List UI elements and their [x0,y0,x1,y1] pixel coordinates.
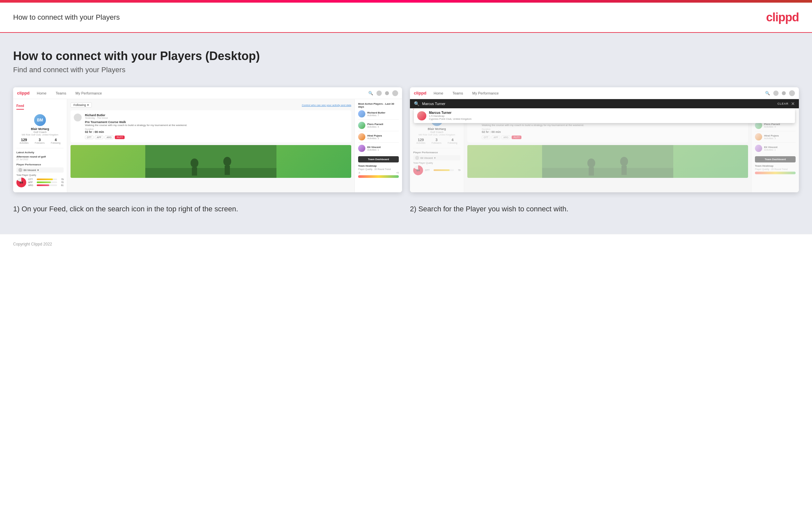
nav-icons: 🔍 [368,90,398,96]
search-overlay: 🔍 CLEAR ✕ Marcus Turner 1.5 Handicap [410,99,799,123]
activity-date: Yesterday - The Grove [85,117,187,119]
screenshot-2: clippd Home Teams My Performance 🔍 [410,87,799,192]
search-icon-2[interactable]: 🔍 [765,91,770,95]
control-link[interactable]: Control who can see your activity and da… [302,104,351,107]
avatar-icon-2[interactable] [789,90,795,96]
logo: clippd [766,10,799,24]
player-row-4: Eli VincentActivities: 1 [358,145,399,154]
profile-icon-2[interactable] [773,91,778,96]
most-active-title: Most Active Players - Last 30 days [358,102,399,108]
svg-point-2 [191,159,198,168]
page-title: How to connect with your Players [13,13,120,22]
nav-teams-2[interactable]: Teams [450,90,465,96]
clear-button[interactable]: CLEAR [777,102,789,105]
quality-row-ott: OTT 79 [28,178,64,180]
svg-point-4 [223,157,231,166]
feed-tab[interactable]: Feed [16,104,24,110]
player-avatar-small [18,168,22,172]
player-name-1: Richard Butler [367,111,385,114]
stat-following: 4 [51,138,61,142]
search-result[interactable]: Marcus Turner 1.5 Handicap Cypress Point… [414,108,795,123]
stats-row-2: 129Activities 3Followers 4Following [413,138,461,144]
quality-row-arg: ARG 61 [28,184,64,186]
nav-teams[interactable]: Teams [54,90,68,96]
chevron-down-icon-2: ▾ [434,157,435,160]
avatar-icon[interactable] [392,90,398,96]
app-left-panel: Feed BM Blair McHarg Golf Coach Mill Rid… [13,99,67,192]
search-icon[interactable]: 🔍 [368,91,373,95]
settings-icon[interactable] [385,91,389,95]
stat-activities: 129 [19,138,29,142]
app-bar [37,181,51,183]
player-name-2: Piers Parnell [367,123,383,126]
result-name: Marcus Turner [429,111,472,115]
result-avatar [417,111,426,120]
team-dashboard-button[interactable]: Team Dashboard [358,156,399,162]
quality-label: Total Player Quality [16,174,64,176]
hero-section: How to connect with your Players (Deskto… [13,49,799,74]
quality-row-app: APP 70 [28,181,64,183]
svg-rect-11 [621,166,627,175]
score-circle-2: 84 [413,165,423,175]
team-heatmap-label: Team Heatmap [358,164,399,167]
result-club: Cypress Point Club, United Kingdom [429,118,472,120]
profile-role: Golf Coach [16,131,64,134]
top-accent-bar [0,0,812,3]
search-input[interactable] [422,102,775,106]
heatmap-bar [358,175,399,178]
tag-ott: OTT [85,135,93,139]
copyright: Copyright Clippd 2022 [13,242,52,247]
profile-block: BM Blair McHarg Golf Coach Mill Ride Gol… [16,112,64,148]
following-dropdown[interactable]: Following ▾ [70,102,92,108]
heatmap-range: -5+5 [358,172,399,174]
player-name-3: Hiral Pujara [367,134,382,137]
profile-icon[interactable] [377,91,382,96]
screenshot-1: clippd Home Teams My Performance 🔍 [13,87,402,192]
step-2-description: 2) Search for the Player you wish to con… [410,204,799,214]
golf-image [70,145,351,178]
profile-role-2: Golf Coach [413,131,461,134]
nav-my-performance-2[interactable]: My Performance [470,90,501,96]
latest-activity-value: Afternoon round of golf [16,155,64,158]
close-icon[interactable]: ✕ [791,101,795,106]
tag-row: OTT APP ARG PUTT [85,135,187,139]
avatar: BM [34,114,46,126]
settings-icon-2[interactable] [782,91,786,95]
player-performance-label: Player Performance [16,163,64,166]
stat-activities-2: 129 [416,138,425,142]
nav-my-performance[interactable]: My Performance [74,90,104,96]
app-middle-panel: Following ▾ Control who can see your act… [67,99,354,192]
app-screenshot-2: clippd Home Teams My Performance 🔍 [410,87,799,192]
app-nav-1: clippd Home Teams My Performance 🔍 [13,87,402,99]
tag-app: APP [95,135,103,139]
search-bar: 🔍 CLEAR ✕ [410,99,799,108]
activity-card: Richard Butler Yesterday - The Grove Pre… [70,110,351,142]
player-avatar-3 [358,133,365,140]
app-logo-1: clippd [17,91,30,95]
quality-label-2: Total Player Quality [413,162,461,164]
svg-rect-3 [192,167,197,176]
player-avatar-2 [358,122,365,129]
player-row-3: Hiral PujaraActivities: 3 [358,133,399,143]
player-avatar-small-2 [415,156,419,160]
search-icon-overlay: 🔍 [414,101,420,106]
activity-avatar [74,114,82,121]
chevron-icon: ▾ [87,103,89,107]
nav-home-2[interactable]: Home [432,90,445,96]
activity-desc: Walking the course with my coach to buil… [85,124,187,127]
profile-name-2: Blair McHarg [413,127,461,131]
hero-subtitle: Find and connect with your Players [13,66,799,74]
result-handicap: 1.5 Handicap [429,115,472,118]
player-select[interactable]: Eli Vincent ▾ [16,167,64,173]
main-content: How to connect with your Players (Deskto… [0,33,812,234]
svg-point-8 [587,159,595,168]
hero-title: How to connect with your Players (Deskto… [13,49,799,63]
app-right-panel: Most Active Players - Last 30 days Richa… [354,99,402,192]
stats-row: 129Activities 3Followers 4Following [16,138,64,144]
nav-home[interactable]: Home [35,90,48,96]
result-info: Marcus Turner 1.5 Handicap Cypress Point… [429,111,472,120]
player-select-name-2: Eli Vincent [420,157,433,160]
stat-followers: 3 [35,138,45,142]
player-row-2: Piers ParnellActivities: 4 [358,122,399,131]
player-acts-1: Activities: 7 [367,114,385,117]
